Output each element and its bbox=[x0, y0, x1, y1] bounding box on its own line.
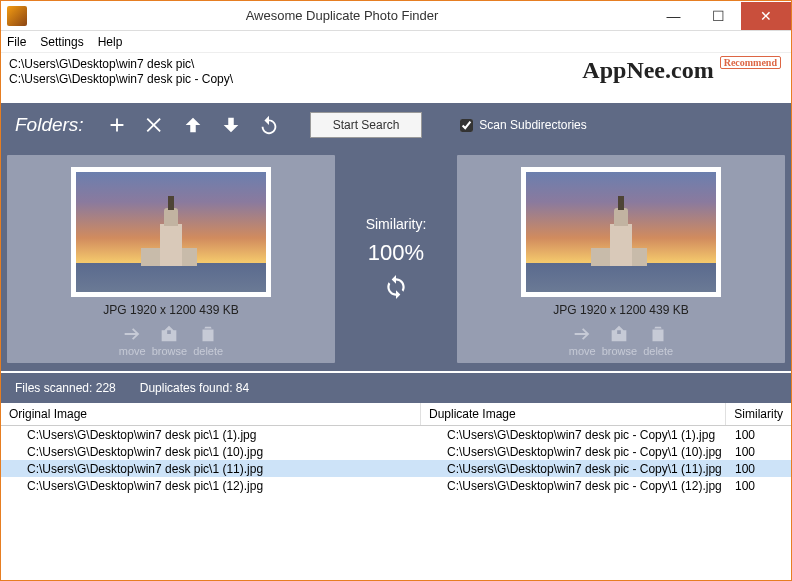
reset-button[interactable] bbox=[256, 112, 282, 138]
remove-folder-button[interactable] bbox=[142, 112, 168, 138]
preview-right: JPG 1920 x 1200 439 KB move browse delet… bbox=[457, 155, 785, 363]
titlebar: Awesome Duplicate Photo Finder — ☐ ✕ bbox=[1, 1, 791, 31]
header-similarity[interactable]: Similarity bbox=[726, 403, 791, 425]
similarity-value: 100% bbox=[368, 240, 424, 266]
meta-left: JPG 1920 x 1200 439 KB bbox=[103, 303, 238, 317]
watermark-logo: AppNee.com Recommend bbox=[582, 57, 781, 84]
cell-original: C:\Users\G\Desktop\win7 desk pic\1 (10).… bbox=[1, 444, 421, 460]
header-original[interactable]: Original Image bbox=[1, 403, 421, 425]
similarity-panel: Similarity: 100% bbox=[341, 155, 451, 363]
compare-area: JPG 1920 x 1200 439 KB move browse delet… bbox=[1, 147, 791, 371]
move-up-button[interactable] bbox=[180, 112, 206, 138]
move-right-button[interactable]: move bbox=[569, 323, 596, 357]
cell-duplicate: C:\Users\G\Desktop\win7 desk pic - Copy\… bbox=[421, 478, 727, 494]
scan-subdirectories-checkbox[interactable]: Scan Subdirectories bbox=[460, 118, 586, 132]
results-table: Original Image Duplicate Image Similarit… bbox=[1, 403, 791, 494]
menu-help[interactable]: Help bbox=[98, 35, 123, 49]
cell-original: C:\Users\G\Desktop\win7 desk pic\1 (12).… bbox=[1, 478, 421, 494]
menu-settings[interactable]: Settings bbox=[40, 35, 83, 49]
app-icon bbox=[7, 6, 27, 26]
cell-original: C:\Users\G\Desktop\win7 desk pic\1 (11).… bbox=[1, 461, 421, 477]
cell-original: C:\Users\G\Desktop\win7 desk pic\1 (1).j… bbox=[1, 427, 421, 443]
swap-icon[interactable] bbox=[383, 274, 409, 303]
add-folder-button[interactable] bbox=[104, 112, 130, 138]
preview-left: JPG 1920 x 1200 439 KB move browse delet… bbox=[7, 155, 335, 363]
browse-left-button[interactable]: browse bbox=[152, 323, 187, 357]
close-button[interactable]: ✕ bbox=[741, 2, 791, 30]
cell-similarity: 100 bbox=[727, 461, 791, 477]
browse-right-button[interactable]: browse bbox=[602, 323, 637, 357]
header-duplicate[interactable]: Duplicate Image bbox=[421, 403, 726, 425]
menubar: File Settings Help bbox=[1, 31, 791, 53]
cell-similarity: 100 bbox=[727, 444, 791, 460]
table-row[interactable]: C:\Users\G\Desktop\win7 desk pic\1 (11).… bbox=[1, 460, 791, 477]
table-row[interactable]: C:\Users\G\Desktop\win7 desk pic\1 (1).j… bbox=[1, 426, 791, 443]
move-left-button[interactable]: move bbox=[119, 323, 146, 357]
table-row[interactable]: C:\Users\G\Desktop\win7 desk pic\1 (12).… bbox=[1, 477, 791, 494]
thumbnail-right[interactable] bbox=[521, 167, 721, 297]
delete-right-button[interactable]: delete bbox=[643, 323, 673, 357]
cell-similarity: 100 bbox=[727, 478, 791, 494]
meta-right: JPG 1920 x 1200 439 KB bbox=[553, 303, 688, 317]
paths-section: C:\Users\G\Desktop\win7 desk pic\ C:\Use… bbox=[1, 53, 791, 103]
menu-file[interactable]: File bbox=[7, 35, 26, 49]
cell-duplicate: C:\Users\G\Desktop\win7 desk pic - Copy\… bbox=[421, 427, 727, 443]
scan-subdirectories-input[interactable] bbox=[460, 119, 473, 132]
cell-duplicate: C:\Users\G\Desktop\win7 desk pic - Copy\… bbox=[421, 444, 727, 460]
thumbnail-left[interactable] bbox=[71, 167, 271, 297]
cell-duplicate: C:\Users\G\Desktop\win7 desk pic - Copy\… bbox=[421, 461, 727, 477]
stats-bar: Files scanned: 228 Duplicates found: 84 bbox=[1, 373, 791, 403]
results-body[interactable]: C:\Users\G\Desktop\win7 desk pic\1 (1).j… bbox=[1, 426, 791, 494]
cell-similarity: 100 bbox=[727, 427, 791, 443]
minimize-button[interactable]: — bbox=[651, 2, 696, 30]
folders-label: Folders: bbox=[15, 114, 84, 136]
window-title: Awesome Duplicate Photo Finder bbox=[33, 8, 651, 23]
delete-left-button[interactable]: delete bbox=[193, 323, 223, 357]
maximize-button[interactable]: ☐ bbox=[696, 2, 741, 30]
duplicates-found: Duplicates found: 84 bbox=[140, 381, 249, 395]
similarity-label: Similarity: bbox=[366, 216, 427, 232]
table-row[interactable]: C:\Users\G\Desktop\win7 desk pic\1 (10).… bbox=[1, 443, 791, 460]
files-scanned: Files scanned: 228 bbox=[15, 381, 116, 395]
results-header: Original Image Duplicate Image Similarit… bbox=[1, 403, 791, 426]
folders-toolbar: Folders: Start Search Scan Subdirectorie… bbox=[1, 103, 791, 147]
move-down-button[interactable] bbox=[218, 112, 244, 138]
start-search-button[interactable]: Start Search bbox=[310, 112, 423, 138]
